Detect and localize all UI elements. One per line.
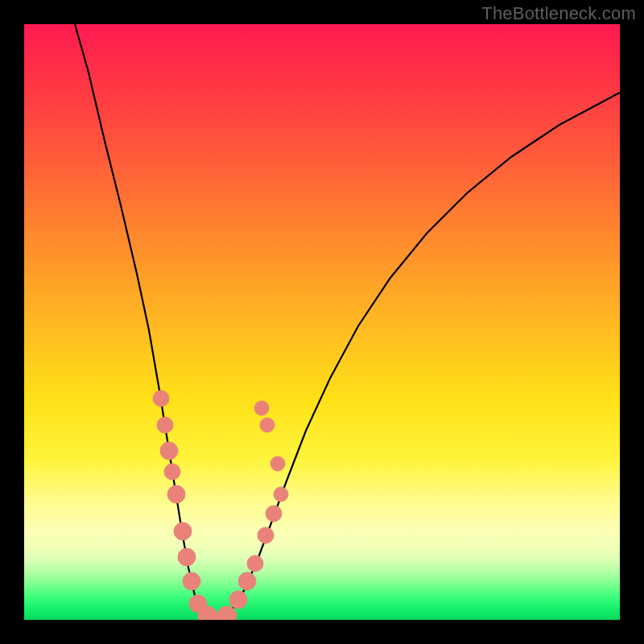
data-marker (167, 485, 185, 503)
data-marker (153, 390, 169, 407)
data-marker (258, 527, 274, 543)
data-marker (247, 555, 263, 572)
data-marker (174, 522, 192, 540)
chart-frame: TheBottleneck.com (0, 0, 644, 644)
line-right-branch (221, 93, 620, 617)
data-markers (153, 390, 288, 620)
data-marker (274, 487, 288, 502)
data-marker (254, 401, 269, 415)
data-marker (183, 572, 200, 590)
plot-area (24, 24, 620, 620)
data-marker (266, 506, 282, 522)
data-marker (157, 417, 173, 433)
line-left-branch (75, 24, 221, 617)
data-marker (229, 591, 247, 609)
watermark-text: TheBottleneck.com (481, 3, 636, 24)
data-marker (270, 456, 285, 471)
data-marker (160, 442, 178, 460)
curves-svg (24, 24, 620, 620)
data-marker (164, 464, 180, 480)
data-marker (238, 572, 256, 590)
data-marker (260, 418, 275, 432)
data-marker (178, 548, 196, 566)
